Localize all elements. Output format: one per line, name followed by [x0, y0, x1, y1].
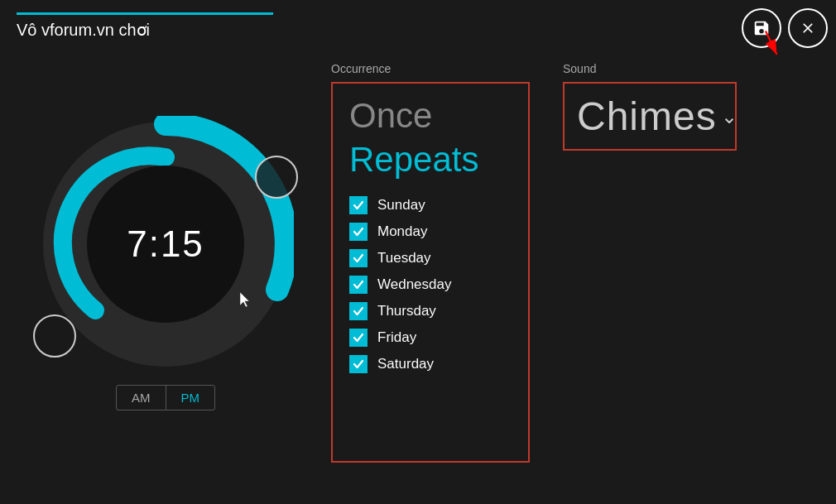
checkbox-sunday — [349, 196, 368, 214]
day-label-sunday: Sunday — [377, 197, 425, 214]
clock-time: 7:15 — [127, 223, 204, 265]
drag-handle-minute[interactable] — [33, 314, 76, 358]
day-item-thursday[interactable]: Thursday — [349, 302, 512, 320]
pm-button[interactable]: PM — [166, 386, 215, 410]
day-item-monday[interactable]: Monday — [349, 223, 512, 241]
once-option[interactable]: Once — [349, 96, 512, 136]
occurrence-label: Occurrence — [331, 62, 530, 75]
drag-handle-hour[interactable] — [255, 156, 298, 199]
day-item-wednesday[interactable]: Wednesday — [349, 276, 512, 294]
day-item-tuesday[interactable]: Tuesday — [349, 249, 512, 267]
checkbox-wednesday — [349, 276, 368, 294]
am-button[interactable]: AM — [117, 386, 166, 410]
sound-label: Sound — [563, 62, 737, 75]
repeats-option[interactable]: Repeats — [349, 140, 512, 180]
day-item-friday[interactable]: Friday — [349, 329, 512, 347]
sound-section: Sound Chimes ⌄ — [563, 62, 737, 151]
checkbox-friday — [349, 329, 368, 347]
day-list: SundayMondayTuesdayWednesdayThursdayFrid… — [349, 196, 512, 373]
day-label-saturday: Saturday — [377, 356, 434, 372]
close-button[interactable] — [788, 8, 828, 48]
top-bar: Vô vforum.vn chơi — [0, 0, 836, 62]
top-buttons — [742, 8, 828, 48]
day-label-thursday: Thursday — [377, 303, 436, 319]
title-underline — [17, 12, 273, 15]
ampm-toggle: AM PM — [116, 385, 215, 410]
sound-value: Chimes — [577, 94, 717, 139]
save-button[interactable] — [742, 8, 781, 48]
occurrence-box: Once Repeats SundayMondayTuesdayWednesda… — [331, 82, 530, 463]
checkbox-saturday — [349, 355, 368, 373]
checkbox-tuesday — [349, 249, 368, 267]
checkbox-thursday — [349, 302, 368, 320]
day-item-saturday[interactable]: Saturday — [349, 355, 512, 373]
clock-area: 7:15 AM PM — [17, 116, 315, 430]
day-label-tuesday: Tuesday — [377, 250, 431, 266]
sound-chevron-icon: ⌄ — [721, 105, 738, 128]
app-title: Vô vforum.vn chơi — [17, 20, 273, 40]
day-label-friday: Friday — [377, 329, 416, 346]
occurrence-section: Occurrence Once Repeats SundayMondayTues… — [331, 62, 530, 463]
checkbox-monday — [349, 223, 368, 241]
day-label-monday: Monday — [377, 223, 427, 240]
app-title-area: Vô vforum.vn chơi — [17, 12, 273, 40]
day-label-wednesday: Wednesday — [377, 276, 451, 293]
sound-selector[interactable]: Chimes ⌄ — [563, 82, 737, 151]
clock-ring: 7:15 — [37, 116, 294, 372]
day-item-sunday[interactable]: Sunday — [349, 196, 512, 214]
